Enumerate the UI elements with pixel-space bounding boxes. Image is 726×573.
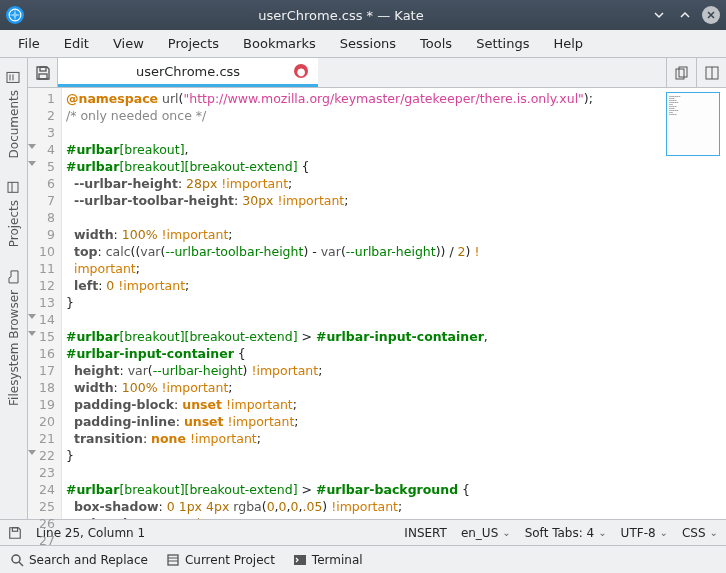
file-tab-label: userChrome.css	[136, 64, 240, 79]
side-tab-documents[interactable]: Documents	[4, 62, 24, 166]
svg-point-13	[12, 555, 20, 563]
edit-mode[interactable]: INSERT	[404, 526, 447, 540]
search-replace-tool[interactable]: Search and Replace	[10, 553, 148, 567]
indent-selector[interactable]: Soft Tabs: 4 ⌄	[525, 526, 607, 540]
duplicate-tab-button[interactable]	[666, 58, 696, 87]
file-tab[interactable]: userChrome.css ●	[58, 58, 318, 87]
editor[interactable]: 1234567891011121314151617181920212223242…	[28, 88, 726, 519]
menu-view[interactable]: View	[101, 32, 156, 55]
menu-tools[interactable]: Tools	[408, 32, 464, 55]
menu-projects[interactable]: Projects	[156, 32, 231, 55]
svg-rect-7	[39, 74, 47, 79]
code-area[interactable]: @namespace url("http://www.mozilla.org/k…	[62, 88, 726, 519]
svg-line-14	[19, 562, 23, 566]
search-replace-label: Search and Replace	[29, 553, 148, 567]
menu-help[interactable]: Help	[541, 32, 595, 55]
side-tab-filesystem-browser[interactable]: Filesystem Browser	[4, 262, 24, 414]
menu-settings[interactable]: Settings	[464, 32, 541, 55]
language-selector[interactable]: CSS ⌄	[682, 526, 718, 540]
split-view-button[interactable]	[696, 58, 726, 87]
terminal-label: Terminal	[312, 553, 363, 567]
side-panel-tabs: DocumentsProjectsFilesystem Browser	[0, 58, 28, 519]
current-project-label: Current Project	[185, 553, 275, 567]
svg-rect-18	[294, 555, 306, 565]
maximize-button[interactable]	[676, 6, 694, 24]
menu-file[interactable]: File	[6, 32, 52, 55]
window-title: userChrome.css * — Kate	[32, 8, 650, 23]
close-tab-button[interactable]: ●	[294, 64, 308, 78]
side-tab-projects[interactable]: Projects	[4, 172, 24, 255]
terminal-tool[interactable]: Terminal	[293, 553, 363, 567]
menu-sessions[interactable]: Sessions	[328, 32, 408, 55]
search-icon	[10, 553, 24, 567]
close-button[interactable]	[702, 6, 720, 24]
terminal-icon	[293, 553, 307, 567]
current-project-tool[interactable]: Current Project	[166, 553, 275, 567]
minimize-button[interactable]	[650, 6, 668, 24]
svg-rect-12	[12, 527, 17, 531]
minimap[interactable]: ▬▬▬▬▬▬▬▬▬▬▬▬▬▬▬▬▬▬▬▬▬▬▬▬▬▬▬▬▬▬▬▬▬▬▬▬▬▬	[666, 92, 720, 156]
locale-selector[interactable]: en_US ⌄	[461, 526, 511, 540]
project-icon	[166, 553, 180, 567]
titlebar: userChrome.css * — Kate	[0, 0, 726, 30]
svg-rect-6	[40, 67, 46, 71]
svg-rect-15	[168, 555, 178, 565]
menu-edit[interactable]: Edit	[52, 32, 101, 55]
menu-bookmarks[interactable]: Bookmarks	[231, 32, 328, 55]
tab-bar: userChrome.css ●	[28, 58, 726, 88]
bottom-toolbar: Search and Replace Current Project Termi…	[0, 545, 726, 573]
save-button[interactable]	[28, 58, 58, 87]
menubar: FileEditViewProjectsBookmarksSessionsToo…	[0, 30, 726, 58]
status-bar: Line 25, Column 1 INSERT en_US ⌄ Soft Ta…	[0, 519, 726, 545]
save-icon[interactable]	[8, 526, 22, 540]
encoding-selector[interactable]: UTF-8 ⌄	[621, 526, 668, 540]
line-number-gutter: 1234567891011121314151617181920212223242…	[28, 88, 62, 519]
app-logo-icon	[6, 6, 24, 24]
